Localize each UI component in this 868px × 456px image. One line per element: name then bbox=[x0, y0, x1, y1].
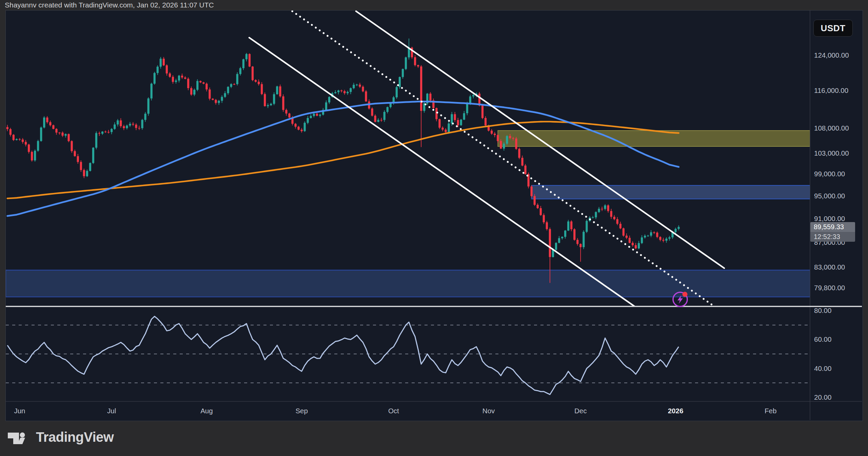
resistance-zone-olive bbox=[498, 131, 810, 146]
rsi-pane bbox=[6, 316, 810, 394]
quote-currency-badge: USDT bbox=[813, 20, 853, 37]
time-axis-label: 2026 bbox=[668, 406, 684, 416]
price-axis-tick: 116,000.00 bbox=[814, 86, 865, 95]
channel-trendlines bbox=[249, 11, 724, 306]
channel-line-left bbox=[249, 38, 635, 306]
time-axis-label: Sep bbox=[295, 406, 308, 416]
rsi-axis-tick: 40.00 bbox=[814, 364, 865, 373]
time-axis-label: Jul bbox=[107, 406, 116, 416]
price-axis-tick: 83,000.00 bbox=[814, 263, 865, 272]
rsi-axis-tick: 80.00 bbox=[814, 306, 865, 315]
support-zone-blue bbox=[6, 270, 810, 297]
tradingview-logo[interactable]: TradingView bbox=[7, 429, 114, 445]
last-price-label: 89,559.33 12:52:33 bbox=[810, 222, 855, 242]
price-axis-tick: 99,000.00 bbox=[814, 170, 865, 178]
chart-panel[interactable]: 124,000.00116,000.00108,000.00103,000.00… bbox=[5, 10, 863, 421]
tradingview-mark-icon bbox=[7, 429, 31, 445]
countdown-timer: 12:52:33 bbox=[810, 232, 855, 242]
tradingview-logo-text: TradingView bbox=[36, 430, 114, 445]
price-zones bbox=[6, 131, 810, 297]
chart-canvas[interactable] bbox=[6, 11, 862, 420]
candlestick-series bbox=[6, 39, 680, 283]
price-axis-tick: 95,000.00 bbox=[814, 192, 865, 200]
price-axis-tick: 108,000.00 bbox=[814, 124, 865, 133]
time-axis-label: Oct bbox=[388, 406, 399, 416]
time-axis-label: Feb bbox=[765, 406, 776, 416]
time-axis-label: Jun bbox=[14, 406, 25, 416]
time-axis-label: Dec bbox=[574, 406, 587, 416]
time-axis-label: Nov bbox=[482, 406, 495, 416]
rsi-axis-tick: 20.00 bbox=[814, 393, 865, 402]
last-price-value: 89,559.33 bbox=[810, 222, 855, 232]
channel-midline-dotted bbox=[292, 11, 712, 305]
time-axis-label: Aug bbox=[200, 406, 213, 416]
price-axis-tick: 124,000.00 bbox=[814, 51, 865, 60]
price-axis-tick: 103,000.00 bbox=[814, 149, 865, 158]
axis-borders bbox=[6, 11, 862, 420]
price-axis-tick: 91,000.00 bbox=[814, 214, 865, 223]
rsi-axis-tick: 60.00 bbox=[814, 335, 865, 344]
attribution-title: Shayannv created with TradingView.com, J… bbox=[0, 0, 868, 10]
pane-separator[interactable] bbox=[6, 306, 862, 307]
resistance-zone-blue bbox=[532, 185, 810, 199]
price-axis-tick: 79,800.00 bbox=[814, 283, 865, 292]
